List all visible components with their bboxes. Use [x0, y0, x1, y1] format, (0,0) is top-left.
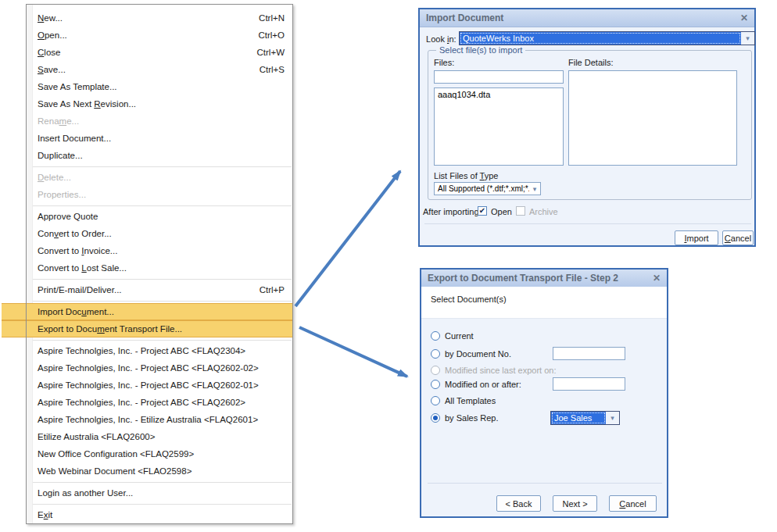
menu-item-import-document[interactable]: Import Document... [27, 303, 292, 320]
radio-button-icon[interactable] [431, 349, 440, 359]
menu-item-shortcut: Ctrl+O [242, 30, 285, 40]
look-in-combobox[interactable]: QuoteWerks Inbox ▾ [459, 31, 755, 45]
check-icon: ✔ [479, 207, 485, 215]
after-importing-label: After importing: [423, 207, 482, 216]
menu-item-aspire-technolgies-inc-project-abc-flaq260[interactable]: Aspire Technolgies, Inc. - Project ABC <… [27, 394, 292, 411]
menu-item-label: Exit [38, 510, 52, 520]
menu-item-aspire-technolgies-inc-project-abc-flaq230[interactable]: Aspire Technolgies, Inc. - Project ABC <… [27, 342, 292, 359]
menu-item-exit[interactable]: Exit [27, 506, 292, 523]
close-icon[interactable]: ✕ [740, 13, 748, 23]
import-dialog-titlebar[interactable]: Import Document ✕ [420, 9, 754, 27]
open-checkbox[interactable]: ✔ [478, 206, 487, 216]
chevron-down-icon[interactable]: ▾ [741, 32, 754, 45]
menu-item-export-to-document-transport-file[interactable]: Export to Document Transport File... [27, 320, 292, 337]
menu-item-label: Duplicate... [38, 151, 83, 160]
import-button[interactable]: Import [675, 230, 718, 245]
select-documents-header: Select Document(s) [431, 295, 507, 304]
menu-item-new[interactable]: New...Ctrl+N [27, 9, 292, 27]
radio-option-label: All Templates [445, 396, 496, 405]
menu-item-aspire-technolgies-inc-etilize-australia-f[interactable]: Aspire Technolgies, Inc. - Etilize Austr… [27, 411, 292, 428]
menu-item-new-office-configuration-flaq2599[interactable]: New Office Configuration <FLAQ2599> [27, 445, 292, 462]
menu-item-label: Open... [38, 30, 67, 40]
menu-item-aspire-technolgies-inc-project-abc-flaq260[interactable]: Aspire Technolgies, Inc. - Project ABC <… [27, 359, 292, 377]
menu-item-shortcut: Ctrl+N [243, 13, 285, 23]
radio-option-current: Current [431, 330, 474, 342]
menu-item-duplicate[interactable]: Duplicate... [27, 147, 292, 164]
menu-item-shortcut: Ctrl+P [244, 285, 285, 295]
menu-item-save[interactable]: Save...Ctrl+S [27, 61, 292, 78]
radio-button-icon[interactable] [431, 331, 440, 341]
import-document-dialog: Import Document ✕ Look in: QuoteWerks In… [418, 8, 756, 247]
menu-item-open[interactable]: Open...Ctrl+O [27, 27, 292, 44]
radio-option-modified-on-or-after: Modified on or after: [431, 378, 521, 391]
back-button[interactable]: < Back [496, 495, 541, 512]
look-in-label: Look in: [426, 34, 457, 44]
menu-item-label: Delete... [38, 173, 71, 182]
radio-button-icon[interactable] [431, 396, 440, 405]
menu-item-label: Save As Next Revision... [38, 99, 136, 109]
chevron-down-icon[interactable]: ▾ [606, 412, 619, 424]
menu-item-convert-to-lost-sale[interactable]: Convert to Lost Sale... [27, 259, 292, 277]
menu-item-convert-to-order[interactable]: Convert to Order... [27, 225, 292, 242]
menu-highlight-extension-import [2, 303, 26, 320]
files-label: Files: [434, 58, 454, 67]
menu-item-label: Aspire Technolgies, Inc. - Project ABC <… [38, 363, 259, 373]
menu-highlight-extension-export [2, 320, 26, 337]
menu-item-label: Aspire Technolgies, Inc. - Project ABC <… [38, 398, 245, 407]
menu-item-login-as-another-user[interactable]: Login as another User... [27, 484, 292, 502]
menu-item-label: Approve Quote [38, 212, 98, 221]
menu-item-shortcut: Ctrl+S [244, 65, 285, 74]
radio-option-label: Modified since last export on: [445, 366, 556, 375]
menu-item-web-webinar-document-flao2598[interactable]: Web Webinar Document <FLAO2598> [27, 462, 292, 480]
close-icon[interactable]: ✕ [653, 273, 661, 283]
cancel-button[interactable]: Cancel [722, 230, 754, 245]
menu-item-label: Aspire Technolgies, Inc. - Project ABC <… [38, 346, 245, 355]
menu-item-label: Save As Template... [38, 82, 117, 91]
radio-option-by-sales-rep: by Sales Rep. [431, 412, 498, 424]
export-dialog-separator [428, 483, 662, 484]
radio-option-modified-since-last-export-on: Modified since last export on: [431, 364, 556, 377]
menu-item-label: Print/E-mail/Deliver... [38, 285, 122, 295]
menu-item-label: Convert to Invoice... [38, 246, 117, 255]
radio-button-icon[interactable] [431, 413, 440, 423]
menu-item-convert-to-invoice[interactable]: Convert to Invoice... [27, 242, 292, 259]
file-details-box [568, 70, 737, 166]
input-by-document-no[interactable] [553, 347, 625, 360]
menu-item-save-as-template[interactable]: Save As Template... [27, 78, 292, 95]
cancel-button[interactable]: Cancel [609, 495, 657, 512]
export-dialog-titlebar[interactable]: Export to Document Transport File - Step… [421, 270, 667, 287]
menu-item-etilize-australia-flaq2600[interactable]: Etilize Australia <FLAQ2600> [27, 428, 292, 445]
menu-item-close[interactable]: CloseCtrl+W [27, 44, 292, 61]
chevron-down-icon[interactable]: ▾ [529, 183, 540, 195]
menu-item-label: Export to Document Transport File... [38, 324, 182, 334]
import-dialog-separator [424, 223, 751, 224]
list-files-of-type-value: All Supported (*.dtf;*.xml;*.dta) [435, 183, 529, 195]
page: New...Ctrl+NOpen...Ctrl+OCloseCtrl+WSave… [0, 0, 777, 532]
menu-item-label: Login as another User... [38, 488, 133, 498]
menu-item-aspire-technolgies-inc-project-abc-flaq260[interactable]: Aspire Technolgies, Inc. - Project ABC <… [27, 377, 292, 394]
menu-item-properties: Properties... [27, 186, 292, 203]
input-modified-on-or-after[interactable] [553, 377, 625, 391]
next-button[interactable]: Next > [553, 495, 597, 512]
menu-item-label: New Office Configuration <FLAQ2599> [38, 449, 194, 459]
list-files-of-type-combobox[interactable]: All Supported (*.dtf;*.xml;*.dta) ▾ [434, 182, 541, 195]
menu-item-print-e-mail-deliver[interactable]: Print/E-mail/Deliver...Ctrl+P [27, 281, 292, 298]
files-listbox[interactable]: aaaq1034.dta [434, 87, 564, 166]
radio-button-icon[interactable] [431, 380, 440, 389]
menu-item-label: Import Document... [38, 307, 114, 316]
menu-item-label: Save... [38, 65, 66, 74]
look-in-value: QuoteWerks Inbox [460, 32, 741, 45]
menu-item-delete: Delete... [27, 169, 292, 186]
menu-item-approve-quote[interactable]: Approve Quote [27, 208, 292, 225]
menu-item-save-as-next-revision[interactable]: Save As Next Revision... [27, 95, 292, 112]
menu-item-label: New... [38, 13, 63, 23]
sales-rep-value: Joe Sales [551, 412, 606, 424]
menu-item-label: Aspire Technolgies, Inc. - Etilize Austr… [38, 415, 258, 424]
sales-rep-combobox[interactable]: Joe Sales▾ [550, 411, 620, 425]
file-list-item[interactable]: aaaq1034.dta [435, 88, 563, 101]
menu-item-label: Convert to Lost Sale... [38, 263, 127, 273]
menu-item-label: Etilize Australia <FLAQ2600> [38, 432, 155, 441]
menu-item-insert-document[interactable]: Insert Document... [27, 130, 292, 147]
files-filter-input[interactable] [434, 70, 564, 84]
menu-item-label: Convert to Order... [38, 229, 112, 238]
